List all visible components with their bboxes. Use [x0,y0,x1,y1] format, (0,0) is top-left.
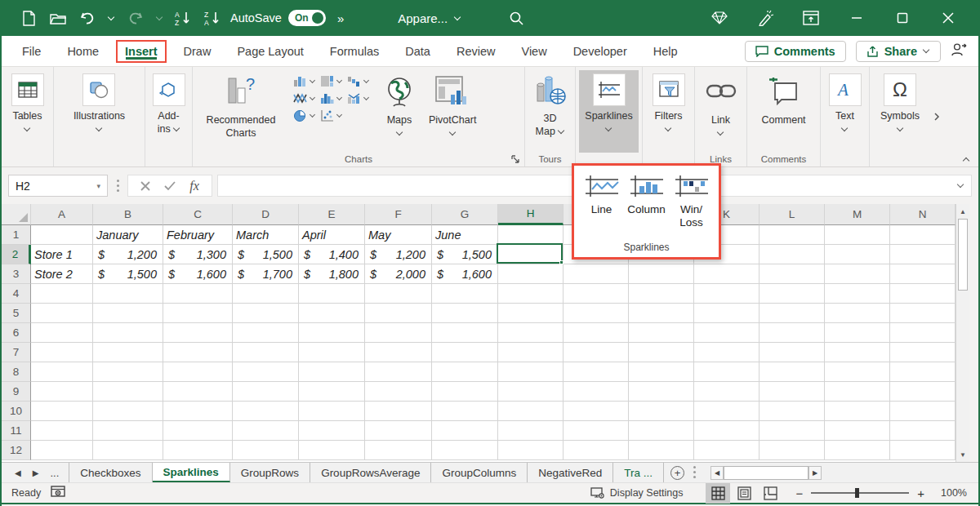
cell-H9[interactable] [498,382,564,402]
cell-I4[interactable] [564,284,629,304]
cell-C4[interactable] [163,284,233,304]
histogram-chart-button[interactable] [320,92,342,104]
cell-A7[interactable] [31,343,93,362]
cell-H2[interactable] [498,245,564,264]
cell-A1[interactable] [31,225,93,245]
cell-C11[interactable] [163,421,233,441]
recommended-charts-button[interactable]: ? RecommendedCharts [195,70,287,141]
zoom-slider-thumb[interactable] [855,488,859,498]
cell-M10[interactable] [825,402,890,421]
undo-dropdown-icon[interactable] [108,15,115,22]
cell-N6[interactable] [890,323,956,343]
cell-K6[interactable] [694,323,760,343]
tab-data[interactable]: Data [396,40,439,63]
cell-J3[interactable] [629,264,694,284]
cell-E7[interactable] [299,343,365,362]
sheet-tab-checkboxes[interactable]: Checkboxes [69,463,152,482]
cell-E1[interactable]: April [299,225,365,245]
cell-I12[interactable] [564,441,629,460]
row-header-2[interactable]: 2 [2,245,31,264]
cell-C12[interactable] [163,441,233,460]
cell-H5[interactable] [498,304,564,323]
cell-J10[interactable] [629,402,694,421]
close-icon[interactable] [939,9,957,27]
sheet-overflow-dots[interactable]: ... [50,467,59,479]
cell-I7[interactable] [564,343,629,362]
share-button[interactable]: Share [856,41,941,62]
menu-item-line-sparkline[interactable]: Line [580,174,624,229]
column-chart-button[interactable] [293,75,315,87]
cell-D2[interactable]: $1,500 [233,245,299,264]
cell-C8[interactable] [163,362,233,382]
formula-bar-grip-icon[interactable] [116,180,119,193]
cell-N7[interactable] [890,343,956,362]
cell-A12[interactable] [31,441,93,460]
cell-M5[interactable] [825,304,890,323]
cell-H10[interactable] [498,402,564,421]
cancel-icon[interactable] [135,181,156,191]
cell-D4[interactable] [233,284,299,304]
cell-K8[interactable] [694,362,760,382]
row-header-11[interactable]: 11 [2,421,31,441]
cell-A11[interactable] [31,421,93,441]
sort-asc-icon[interactable]: AZ [175,9,193,27]
cell-K5[interactable] [694,304,760,323]
column-header-F[interactable]: F [365,204,432,225]
cell-C7[interactable] [163,343,233,362]
cell-K9[interactable] [694,382,760,402]
autosave-control[interactable]: AutoSave On [230,10,326,26]
column-header-H[interactable]: H [498,204,564,225]
link-button[interactable]: Link [699,70,743,139]
cell-I9[interactable] [564,382,629,402]
formula-bar-expand-icon[interactable] [957,182,964,189]
cell-B12[interactable] [93,441,163,460]
row-header-4[interactable]: 4 [2,284,31,304]
comment-button[interactable]: Comment [755,70,811,129]
cell-E11[interactable] [299,421,365,441]
minimize-icon[interactable] [848,9,866,27]
column-header-B[interactable]: B [93,204,163,225]
cell-H3[interactable] [498,264,564,284]
row-header-9[interactable]: 9 [2,382,31,402]
page-break-view-icon[interactable] [758,483,782,504]
row-header-6[interactable]: 6 [2,323,31,343]
name-box[interactable]: H2 ▾ [8,175,108,197]
charts-dialog-launcher-icon[interactable] [510,154,520,164]
tab-review[interactable]: Review [448,40,505,63]
cell-L12[interactable] [760,441,825,460]
cell-J6[interactable] [629,323,694,343]
cell-I8[interactable] [564,362,629,382]
cell-C5[interactable] [163,304,233,323]
zoom-in-button[interactable]: + [917,486,924,500]
tab-file[interactable]: File [13,40,50,63]
cell-I11[interactable] [564,421,629,441]
pie-chart-button[interactable] [293,109,315,122]
cell-A5[interactable] [31,304,93,323]
tab-developer[interactable]: Developer [564,40,636,63]
symbols-button[interactable]: Ω Symbols [875,70,925,135]
cell-M11[interactable] [825,421,890,441]
cell-B8[interactable] [93,362,163,382]
cell-L5[interactable] [760,304,825,323]
row-header-5[interactable]: 5 [2,304,31,323]
cell-F12[interactable] [365,441,432,460]
cell-G8[interactable] [432,362,498,382]
maps-button[interactable]: Maps [377,70,421,139]
add-sheet-button[interactable]: + [670,466,684,480]
new-file-icon[interactable] [20,9,38,27]
scroll-down-icon[interactable]: ▼ [956,447,969,462]
cell-I3[interactable] [564,264,629,284]
cell-N1[interactable] [890,225,956,245]
undo-icon[interactable] [78,9,96,27]
column-header-C[interactable]: C [163,204,233,225]
sparklines-button[interactable]: Sparklines [579,70,638,153]
cell-K3[interactable] [694,264,760,284]
cell-L3[interactable] [760,264,825,284]
cell-E2[interactable]: $1,400 [299,245,365,264]
quick-access-overflow[interactable]: » [337,11,344,25]
cell-A4[interactable] [31,284,93,304]
cell-H8[interactable] [498,362,564,382]
cell-E10[interactable] [299,402,365,421]
cell-C3[interactable]: $1,600 [163,264,233,284]
cell-M1[interactable] [825,225,890,245]
